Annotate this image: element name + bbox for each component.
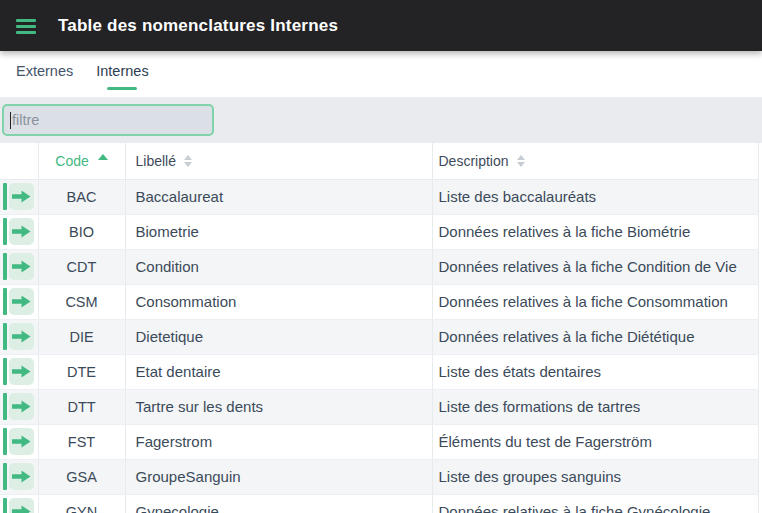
tab-bar: Externes Internes [0,51,762,97]
column-header-actions [0,143,38,179]
cell-code: CDT [38,249,125,284]
cell-libelle: GroupeSanguin [125,459,432,494]
cell-description: Liste des groupes sanguins [432,459,758,494]
page-title: Table des nomenclatures Internes [58,16,338,36]
sort-asc-icon [98,154,108,160]
table-body: BAC Baccalaureat Liste des baccalauréats… [0,179,758,513]
cell-code: BIO [38,214,125,249]
table-row: DTT Tartre sur les dents Liste des forma… [0,389,758,424]
arrow-right-icon [12,470,31,483]
row-action-cell [0,284,38,319]
enter-bar [3,428,7,455]
arrow-right-icon [12,365,31,378]
table-row: FST Fagerstrom Éléments du test de Fager… [0,424,758,459]
row-action-cell [0,354,38,389]
table-row: GSA GroupeSanguin Liste des groupes sang… [0,459,758,494]
open-row-button[interactable] [3,218,34,245]
open-row-button[interactable] [3,463,34,490]
cell-libelle: Fagerstrom [125,424,432,459]
cell-code: CSM [38,284,125,319]
table-row: BIO Biometrie Données relatives à la fic… [0,214,758,249]
row-action-cell [0,389,38,424]
filter-band [0,97,762,143]
enter-bar [3,463,7,490]
active-tab-underline [107,87,137,90]
table-row: CSM Consommation Données relatives à la … [0,284,758,319]
cell-description: Données relatives à la fiche Consommatio… [432,284,758,319]
arrow-right-icon [12,225,31,238]
enter-bar [3,253,7,280]
tab-externes[interactable]: Externes [14,57,75,91]
table-row: GYN Gynecologie Données relatives à la f… [0,494,758,513]
cell-libelle: Biometrie [125,214,432,249]
row-action-cell [0,494,38,513]
cell-libelle: Dietetique [125,319,432,354]
enter-bar [3,498,7,513]
cell-description: Données relatives à la fiche Condition d… [432,249,758,284]
open-row-button[interactable] [3,428,34,455]
open-row-button[interactable] [3,323,34,350]
cell-libelle: Tartre sur les dents [125,389,432,424]
menu-icon[interactable] [16,16,36,37]
open-row-button[interactable] [3,393,34,420]
arrow-right-icon [12,330,31,343]
tab-externes-label: Externes [16,63,73,79]
cell-libelle: Etat dentaire [125,354,432,389]
cell-description: Éléments du test de Fagerström [432,424,758,459]
sort-icon [517,155,525,167]
row-action-cell [0,249,38,284]
row-action-cell [0,179,38,214]
table-header: Code Libellé Description [0,143,758,179]
arrow-right-icon [12,400,31,413]
cell-description: Données relatives à la fiche Gynécologie [432,494,758,513]
row-action-cell [0,319,38,354]
cell-code: DTE [38,354,125,389]
filter-input[interactable] [2,104,214,136]
column-header-description[interactable]: Description [432,143,758,179]
app-bar: Table des nomenclatures Internes [0,0,762,51]
table-row: DTE Etat dentaire Liste des états dentai… [0,354,758,389]
nomenclatures-table: Code Libellé Description BAC Baccalaurea… [0,143,759,513]
row-action-cell [0,214,38,249]
cell-code: FST [38,424,125,459]
tab-internes[interactable]: Internes [94,57,150,91]
cell-code: DIE [38,319,125,354]
cell-code: GSA [38,459,125,494]
cell-code: GYN [38,494,125,513]
enter-bar [3,358,7,385]
cell-description: Liste des baccalauréats [432,179,758,214]
cell-code: DTT [38,389,125,424]
open-row-button[interactable] [3,498,34,513]
column-header-code[interactable]: Code [38,143,125,179]
cell-libelle: Gynecologie [125,494,432,513]
cell-libelle: Baccalaureat [125,179,432,214]
column-header-libelle[interactable]: Libellé [125,143,432,179]
cell-description: Données relatives à la fiche Diététique [432,319,758,354]
tab-internes-label: Internes [96,63,148,79]
enter-bar [3,218,7,245]
text-cursor [10,112,11,129]
sort-icon [184,155,192,167]
open-row-button[interactable] [3,253,34,280]
enter-bar [3,288,7,315]
open-row-button[interactable] [3,183,34,210]
arrow-right-icon [12,435,31,448]
table-row: DIE Dietetique Données relatives à la fi… [0,319,758,354]
cell-description: Liste des états dentaires [432,354,758,389]
arrow-right-icon [12,260,31,273]
arrow-right-icon [12,505,31,513]
enter-bar [3,393,7,420]
cell-libelle: Consommation [125,284,432,319]
arrow-right-icon [12,190,31,203]
open-row-button[interactable] [3,288,34,315]
cell-description: Liste des formations de tartres [432,389,758,424]
cell-libelle: Condition [125,249,432,284]
enter-bar [3,183,7,210]
cell-code: BAC [38,179,125,214]
enter-bar [3,323,7,350]
open-row-button[interactable] [3,358,34,385]
arrow-right-icon [12,295,31,308]
table-row: BAC Baccalaureat Liste des baccalauréats [0,179,758,214]
row-action-cell [0,459,38,494]
row-action-cell [0,424,38,459]
